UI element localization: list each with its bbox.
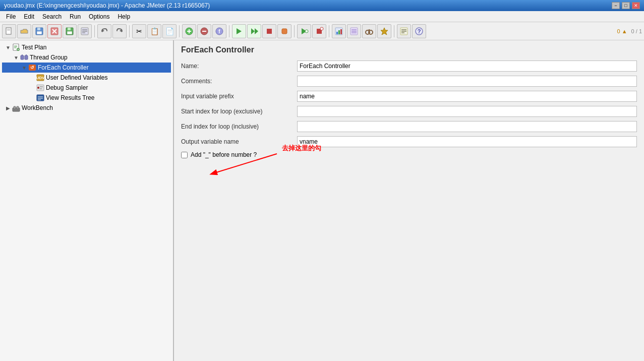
tree-label-view-results-tree: View Results Tree	[46, 94, 95, 101]
svg-rect-11	[67, 31, 72, 34]
start-index-input[interactable]	[297, 106, 637, 117]
svg-rect-76	[14, 106, 16, 109]
view-results-tree-icon	[36, 94, 44, 102]
end-index-input[interactable]	[297, 121, 637, 132]
menu-run[interactable]: Run	[66, 12, 85, 21]
comments-input[interactable]	[297, 76, 637, 87]
tree-item-thread-group[interactable]: ▼ Thread Group	[2, 52, 171, 63]
start-index-row: Start index for loop (exclusive)	[181, 106, 637, 117]
svg-rect-77	[17, 106, 19, 109]
tree-item-foreach-controller[interactable]: ▼ ↺ ForEach Controller	[2, 63, 171, 73]
toolbar-start[interactable]	[232, 24, 246, 38]
tree-label-test-plan: Test Plan	[22, 44, 46, 51]
menubar: File Edit Search Run Options Help	[0, 11, 644, 22]
toolbar-new[interactable]	[2, 24, 16, 38]
checkbox-row: Add "_" before number ?	[181, 151, 637, 158]
svg-rect-0	[6, 28, 11, 34]
toolbar-star[interactable]	[377, 24, 391, 38]
toolbar-function-helper[interactable]: f	[212, 24, 226, 38]
warning-count: 0 ▲	[617, 28, 627, 34]
menu-file[interactable]: File	[2, 12, 20, 21]
tree-root: ▼ Test Plan ▼ Thread Group ▼	[0, 40, 173, 115]
toolbar-results-chart[interactable]	[332, 24, 346, 38]
tree-item-view-results-tree[interactable]: ▶ View Results Tree	[2, 93, 171, 103]
expand-foreach[interactable]: ▼	[21, 65, 27, 71]
toolbar-view-script[interactable]	[78, 24, 92, 38]
maximize-button[interactable]: □	[622, 2, 630, 9]
foreach-controller-icon: ↺	[28, 64, 36, 72]
name-row: Name:	[181, 61, 637, 72]
svg-text:UDV: UDV	[36, 76, 44, 80]
name-input[interactable]	[297, 61, 637, 72]
toolbar-sep5	[294, 25, 295, 37]
tree-label-udf: User Defined Variables	[46, 74, 108, 81]
toolbar-remote-stop[interactable]	[312, 24, 326, 38]
tree-item-user-defined-variables[interactable]: ▶ UDV User Defined Variables	[2, 73, 171, 83]
tree-item-test-plan[interactable]: ▼ Test Plan	[2, 42, 171, 52]
toolbar-close-test[interactable]	[47, 24, 62, 38]
tree-label-thread-group: Thread Group	[30, 54, 68, 61]
toolbar-cut[interactable]: ✂	[132, 24, 146, 38]
toolbar-list[interactable]	[397, 24, 411, 38]
toolbar-paste[interactable]: 📄	[162, 24, 177, 38]
tree-label-foreach-controller: ForEach Controller	[38, 64, 89, 71]
tree-label-debug-sampler: Debug Sampler	[46, 84, 88, 91]
end-index-label: End index for loop (inclusive)	[181, 123, 297, 130]
udf-icon: UDV	[36, 74, 44, 82]
toolbar-add[interactable]	[182, 24, 196, 38]
expand-workbench[interactable]: ▶	[5, 105, 11, 111]
expand-thread-group[interactable]: ▼	[13, 55, 19, 61]
start-index-label: Start index for loop (exclusive)	[181, 108, 297, 115]
toolbar-right: 0 ▲ 0 / 1	[617, 28, 642, 34]
toolbar-aggregate[interactable]	[347, 24, 361, 38]
svg-rect-36	[338, 30, 340, 34]
foreach-controller-title: ForEach Controller	[181, 45, 637, 54]
svg-rect-28	[267, 29, 272, 34]
toolbar-open[interactable]	[17, 24, 31, 38]
input-prefix-input[interactable]	[297, 91, 637, 102]
workbench-icon	[12, 104, 20, 112]
svg-rect-29	[282, 29, 287, 34]
toolbar-help[interactable]: ?	[412, 24, 426, 38]
svg-point-68	[37, 87, 39, 89]
toolbar-remote-start[interactable]	[297, 24, 311, 38]
svg-rect-60	[25, 55, 28, 59]
toolbar-stop[interactable]	[262, 24, 276, 38]
output-name-label: Output variable name	[181, 138, 297, 145]
tree-label-workbench: WorkBench	[22, 104, 53, 111]
toolbar-redo[interactable]	[112, 24, 127, 38]
svg-marker-27	[255, 28, 258, 34]
toolbar-sep6	[329, 25, 329, 37]
tree-item-workbench[interactable]: ▶ WorkBench	[2, 103, 171, 113]
menu-options[interactable]: Options	[85, 12, 113, 21]
tree-item-debug-sampler[interactable]: ▶ Debug Sampler	[2, 83, 171, 93]
toolbar-copy[interactable]: 📋	[147, 24, 161, 38]
toolbar-save[interactable]	[32, 24, 46, 38]
toolbar-saveas[interactable]	[63, 24, 77, 38]
toolbar-remove[interactable]	[197, 24, 211, 38]
end-index-row: End index for loop (inclusive)	[181, 121, 637, 132]
toolbar-undo[interactable]	[97, 24, 111, 38]
close-button[interactable]: ✕	[632, 2, 640, 9]
add-underscore-checkbox[interactable]	[181, 152, 188, 158]
minimize-button[interactable]: −	[612, 2, 620, 9]
svg-marker-16	[102, 29, 104, 32]
titlebar: youdao.jmx (E:\xingnengceshi\youdao.jmx)…	[0, 0, 644, 11]
menu-edit[interactable]: Edit	[20, 12, 38, 21]
annotation-text: 去掉这里的勾	[282, 144, 321, 153]
svg-point-31	[305, 30, 308, 33]
menu-search[interactable]: Search	[38, 12, 66, 21]
toolbar-start-threads[interactable]	[247, 24, 261, 38]
expand-test-plan[interactable]: ▼	[5, 45, 11, 50]
svg-point-33	[320, 27, 323, 30]
plan-icon	[12, 43, 20, 51]
menu-help[interactable]: Help	[113, 12, 134, 21]
input-prefix-label: Input variable prefix	[181, 93, 297, 100]
toolbar-binoculars[interactable]	[362, 24, 376, 38]
svg-rect-35	[336, 32, 338, 34]
output-name-input[interactable]	[297, 136, 637, 147]
svg-rect-10	[68, 28, 71, 30]
input-prefix-row: Input variable prefix	[181, 91, 637, 102]
toolbar-shutdown[interactable]	[277, 24, 291, 38]
output-name-row: Output variable name	[181, 136, 637, 147]
